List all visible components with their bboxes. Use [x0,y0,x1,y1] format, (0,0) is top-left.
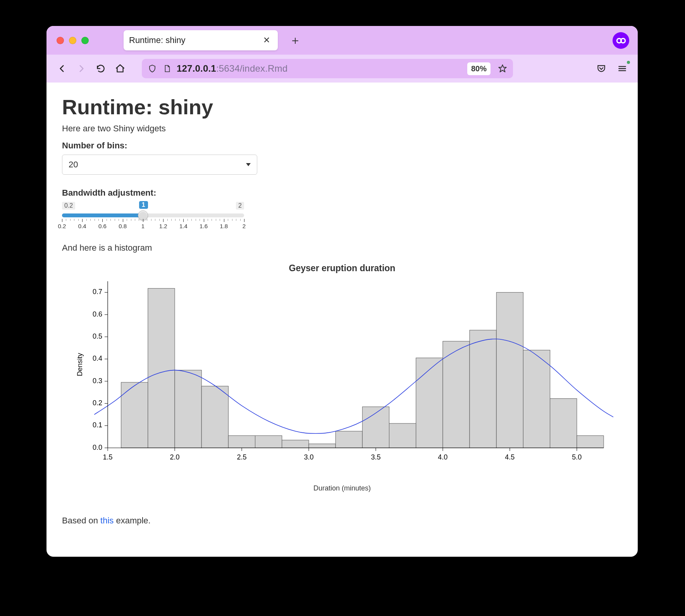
slider-value-bubble: 1 [139,201,148,209]
slider-ticks: 0.20.40.60.811.21.41.61.82 [62,219,244,230]
toolbar: 127.0.0.1:5634/index.Rmd 80% [46,55,638,83]
svg-rect-2 [121,382,148,448]
svg-text:Density: Density [76,353,84,376]
minimize-window-button[interactable] [69,37,76,44]
svg-text:0.7: 0.7 [93,288,102,296]
footer-text: Based on this example. [62,516,622,526]
intro-text: Here are two Shiny widgets [62,124,622,134]
menu-button[interactable] [614,60,631,77]
pocket-icon[interactable] [593,60,610,77]
svg-text:4.0: 4.0 [438,453,447,461]
svg-rect-16 [496,293,523,448]
svg-text:4.5: 4.5 [505,453,515,461]
window-controls [46,37,89,44]
address-bar[interactable]: 127.0.0.1:5634/index.Rmd 80% [142,59,513,78]
svg-rect-19 [577,435,604,448]
bins-selected-value: 20 [69,160,78,170]
bandwidth-label: Bandwidth adjustment: [62,188,622,198]
svg-rect-3 [148,288,175,448]
zoom-badge[interactable]: 80% [467,62,491,75]
tab-title: Runtime: shiny [129,35,261,45]
shield-icon[interactable] [147,64,157,74]
svg-rect-8 [282,440,309,448]
svg-text:3.0: 3.0 [304,453,313,461]
new-tab-icon[interactable]: ＋ [289,33,301,48]
extension-icon[interactable] [613,32,629,49]
svg-text:0.0: 0.0 [93,444,102,451]
svg-text:5.0: 5.0 [572,453,582,461]
svg-text:0.3: 0.3 [93,377,102,385]
bandwidth-slider[interactable]: 0.2 2 1 0.20.40.60.811.21.41.61.82 [62,202,244,230]
notification-dot-icon [627,61,630,64]
svg-text:0.1: 0.1 [93,421,102,429]
bins-label: Number of bins: [62,141,622,151]
close-tab-icon[interactable]: ✕ [261,34,272,47]
bins-select[interactable]: 20 [62,155,257,175]
chart-container: Geyser eruption duration 1.52.02.53.03.5… [62,263,622,492]
svg-rect-17 [523,350,550,448]
svg-text:0.5: 0.5 [93,332,102,340]
page-content: Runtime: shiny Here are two Shiny widget… [46,83,638,537]
svg-rect-6 [228,435,255,448]
svg-rect-18 [550,399,577,448]
svg-rect-14 [443,341,470,448]
home-button[interactable] [112,60,129,77]
svg-text:0.4: 0.4 [93,354,102,362]
page-title: Runtime: shiny [62,95,622,119]
page-icon [162,64,172,74]
histogram-intro: And here is a histogram [62,243,622,253]
svg-text:2.0: 2.0 [170,453,179,461]
browser-window: Runtime: shiny ✕ ＋ [46,26,638,557]
slider-fill [62,213,143,217]
close-window-button[interactable] [57,37,64,44]
svg-rect-5 [201,386,228,448]
example-link[interactable]: this [100,516,114,525]
svg-rect-13 [416,358,443,448]
chart-title: Geyser eruption duration [62,263,622,274]
slider-max-label: 2 [236,202,244,210]
forward-button[interactable] [73,60,90,77]
svg-text:3.5: 3.5 [371,453,380,461]
titlebar: Runtime: shiny ✕ ＋ [46,26,638,55]
svg-text:1.5: 1.5 [103,453,112,461]
slider-min-label: 0.2 [62,202,75,210]
url-text: 127.0.0.1:5634/index.Rmd [177,63,287,74]
svg-rect-7 [255,435,282,448]
svg-rect-10 [336,431,362,448]
browser-tab[interactable]: Runtime: shiny ✕ [124,30,278,50]
maximize-window-button[interactable] [81,37,89,44]
svg-text:2.5: 2.5 [237,453,246,461]
chevron-down-icon [246,163,251,166]
bookmark-icon[interactable] [497,64,508,74]
back-button[interactable] [53,60,71,77]
svg-text:0.2: 0.2 [93,399,102,407]
chart-plot: 1.52.02.53.03.54.04.55.00.00.10.20.30.40… [71,277,613,471]
svg-rect-15 [470,330,496,448]
chart-xlabel: Duration (minutes) [62,484,622,492]
svg-rect-4 [175,370,201,448]
svg-rect-12 [389,423,416,448]
reload-button[interactable] [92,60,109,77]
svg-rect-9 [309,444,336,448]
svg-text:0.6: 0.6 [93,310,102,318]
slider-track[interactable] [62,213,244,217]
